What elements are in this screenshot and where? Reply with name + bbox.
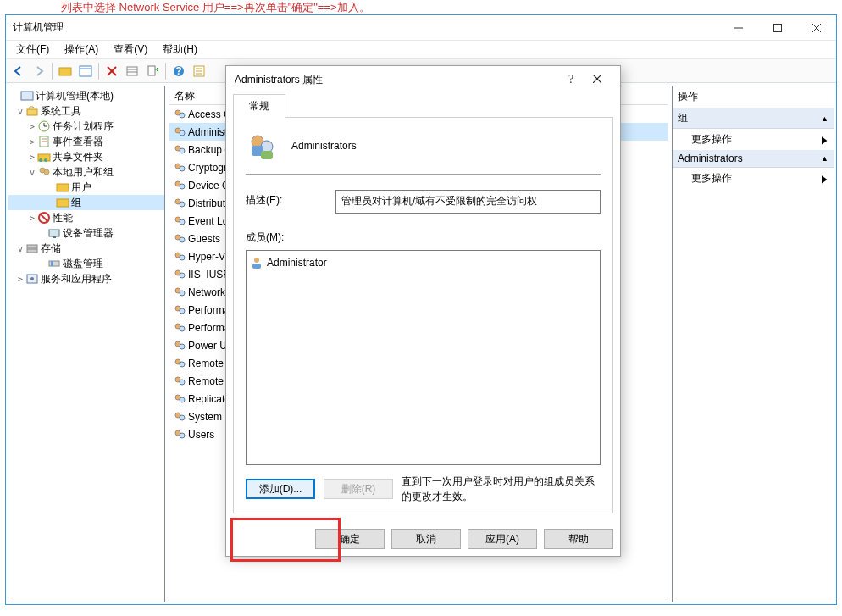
menu-help[interactable]: 帮助(H) <box>156 41 204 58</box>
help-button[interactable]: ? <box>169 62 188 80</box>
svg-text:?: ? <box>175 65 181 77</box>
group-icon <box>247 131 276 160</box>
svg-line-37 <box>40 214 48 222</box>
tree-root[interactable]: 计算机管理(本地) <box>8 88 164 103</box>
arrow-right-icon: ▶ <box>822 173 827 185</box>
cancel-button[interactable]: 取消 <box>391 529 461 549</box>
tree-performance[interactable]: > 性能 <box>8 210 164 225</box>
minimize-button[interactable] <box>719 15 758 41</box>
group-icon <box>173 428 186 441</box>
actions-more-1[interactable]: 更多操作▶ <box>673 129 834 150</box>
maximize-button[interactable] <box>758 15 797 41</box>
svg-rect-89 <box>261 151 273 159</box>
list-item-label: Guests <box>188 233 220 245</box>
svg-point-71 <box>180 326 185 331</box>
svg-point-51 <box>180 148 185 153</box>
export-button[interactable] <box>143 62 162 80</box>
tree-event-viewer[interactable]: > 事件查看器 <box>8 134 164 149</box>
menu-view[interactable]: 查看(V) <box>107 41 154 58</box>
help-button[interactable]: 帮助 <box>544 529 613 549</box>
group-icon <box>173 108 186 121</box>
svg-rect-3 <box>774 24 782 31</box>
group-icon <box>173 268 186 281</box>
svg-rect-11 <box>127 67 137 75</box>
svg-rect-34 <box>57 184 69 191</box>
group-icon <box>173 143 186 157</box>
user-icon <box>250 256 263 269</box>
menu-file[interactable]: 文件(F) <box>9 41 56 58</box>
svg-point-57 <box>180 202 185 207</box>
tree-groups[interactable]: 组 <box>8 195 164 210</box>
tree-disk-management[interactable]: 磁盘管理 <box>8 256 164 271</box>
back-button[interactable] <box>9 62 28 80</box>
svg-point-47 <box>180 113 185 118</box>
svg-point-90 <box>254 258 259 263</box>
svg-point-83 <box>180 433 185 438</box>
group-icon <box>173 197 186 210</box>
dialog-title: Administrators 属性 <box>235 73 323 87</box>
svg-rect-6 <box>59 68 71 75</box>
add-button[interactable]: 添加(D)... <box>246 479 315 499</box>
membership-note: 直到下一次用户登录时对用户的组成员关系的更改才生效。 <box>402 474 601 504</box>
group-name: Administrators <box>291 140 357 152</box>
apply-button[interactable]: 应用(A) <box>468 529 537 549</box>
tree-device-manager[interactable]: 设备管理器 <box>8 225 164 241</box>
svg-rect-38 <box>49 230 59 236</box>
tab-general[interactable]: 常规 <box>233 94 285 118</box>
svg-point-75 <box>180 362 185 367</box>
group-icon <box>173 232 186 246</box>
help-icon[interactable]: ? <box>559 73 583 86</box>
svg-point-67 <box>180 291 185 296</box>
tree-system-tools[interactable]: v 系统工具 <box>8 103 164 119</box>
group-icon <box>173 357 186 370</box>
svg-point-63 <box>180 255 185 260</box>
collapse-icon: ▲ <box>821 154 828 163</box>
forward-button[interactable] <box>30 62 48 80</box>
actions-title: 操作 <box>673 86 834 108</box>
svg-point-77 <box>180 380 185 385</box>
svg-point-79 <box>180 397 185 402</box>
tree-storage[interactable]: v 存储 <box>8 241 164 256</box>
actions-section-groups[interactable]: 组▲ <box>673 108 834 129</box>
menu-action[interactable]: 操作(A) <box>58 41 105 58</box>
svg-point-33 <box>44 169 49 175</box>
svg-rect-41 <box>27 249 37 253</box>
group-icon <box>173 286 186 299</box>
svg-point-61 <box>180 237 185 242</box>
group-icon <box>173 179 186 192</box>
list-item-label: Users <box>188 429 214 441</box>
delete-button[interactable] <box>102 62 121 80</box>
properties-button[interactable] <box>190 62 208 80</box>
arrow-right-icon: ▶ <box>822 134 827 146</box>
dialog-close-button[interactable] <box>583 74 612 86</box>
panel-button[interactable] <box>76 62 95 80</box>
close-button[interactable] <box>797 15 836 41</box>
titlebar: 计算机管理 <box>6 15 836 41</box>
window-title: 计算机管理 <box>13 20 64 35</box>
actions-section-administrators[interactable]: Administrators▲ <box>673 150 834 168</box>
group-icon <box>173 125 186 139</box>
svg-point-65 <box>180 273 185 278</box>
tree-shared-folders[interactable]: > 共享文件夹 <box>8 149 164 164</box>
svg-point-73 <box>180 344 185 349</box>
tree-services-apps[interactable]: > 服务和应用程序 <box>8 271 164 286</box>
member-item[interactable]: Administrator <box>250 254 596 271</box>
group-icon <box>173 321 186 335</box>
description-field[interactable]: 管理员对计算机/域有不受限制的完全访问权 <box>335 190 601 214</box>
folder-button[interactable] <box>56 62 75 80</box>
svg-point-30 <box>39 158 42 162</box>
list-button[interactable] <box>123 62 141 80</box>
tree-users[interactable]: 用户 <box>8 180 164 195</box>
highlight-annotation <box>230 518 341 562</box>
actions-more-2[interactable]: 更多操作▶ <box>673 168 834 189</box>
description-label: 描述(E): <box>246 190 320 208</box>
group-icon <box>173 161 186 175</box>
members-listbox[interactable]: Administrator <box>246 250 601 465</box>
tree-local-users-groups[interactable]: v 本地用户和组 <box>8 164 164 180</box>
collapse-icon: ▲ <box>821 114 828 123</box>
members-label: 成员(M): <box>246 230 601 245</box>
svg-point-53 <box>180 166 185 171</box>
svg-rect-91 <box>252 264 261 269</box>
tree-task-scheduler[interactable]: > 任务计划程序 <box>8 119 164 134</box>
group-icon <box>173 392 186 406</box>
